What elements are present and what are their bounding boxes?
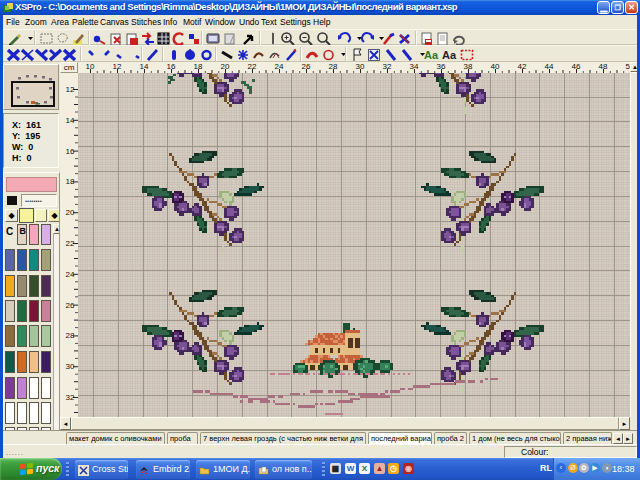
svg-text:16: 16 xyxy=(66,147,75,156)
svg-text:Aa: Aa xyxy=(442,49,457,61)
svg-text:10: 10 xyxy=(86,62,95,71)
svg-text:20: 20 xyxy=(221,62,230,71)
svg-text:16: 16 xyxy=(167,62,176,71)
svg-text:30: 30 xyxy=(356,62,365,71)
svg-text:26: 26 xyxy=(302,62,311,71)
svg-text:12: 12 xyxy=(113,62,122,71)
svg-text:20: 20 xyxy=(66,208,75,217)
svg-text:44: 44 xyxy=(545,62,554,71)
svg-text:30: 30 xyxy=(66,362,75,371)
svg-text:22: 22 xyxy=(248,62,257,71)
svg-text:18: 18 xyxy=(194,62,203,71)
svg-text:48: 48 xyxy=(599,62,608,71)
svg-text:28: 28 xyxy=(66,331,75,340)
svg-text:32: 32 xyxy=(66,393,75,402)
svg-text:38: 38 xyxy=(464,62,473,71)
svg-text:28: 28 xyxy=(329,62,338,71)
svg-text:40: 40 xyxy=(491,62,500,71)
svg-text:24: 24 xyxy=(66,270,75,279)
svg-text:18: 18 xyxy=(66,177,75,186)
svg-text:14: 14 xyxy=(66,116,75,125)
svg-text:32: 32 xyxy=(383,62,392,71)
svg-text:22: 22 xyxy=(66,239,75,248)
svg-text:46: 46 xyxy=(572,62,581,71)
svg-text:24: 24 xyxy=(275,62,284,71)
svg-text:26: 26 xyxy=(66,301,75,310)
svg-text:14: 14 xyxy=(140,62,149,71)
svg-text:12: 12 xyxy=(66,85,75,94)
svg-text:34: 34 xyxy=(410,62,419,71)
svg-text:42: 42 xyxy=(518,62,527,71)
svg-text:Aa: Aa xyxy=(424,49,439,61)
svg-text:36: 36 xyxy=(437,62,446,71)
